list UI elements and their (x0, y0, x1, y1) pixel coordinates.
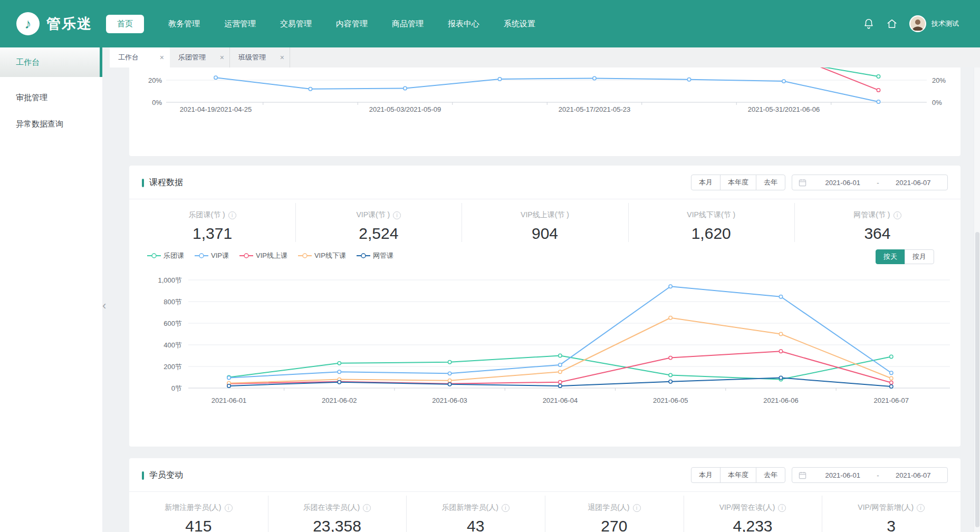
calendar-icon (799, 179, 806, 187)
date-start-value[interactable]: 2021-06-01 (809, 179, 877, 187)
legend-item-2[interactable]: VIP线上课 (239, 251, 287, 260)
legend-label: VIP线下课 (314, 251, 346, 260)
stat-label: VIP线上课(节 ) (462, 210, 628, 220)
info-icon[interactable]: i (228, 211, 236, 219)
svg-text:800节: 800节 (164, 298, 182, 306)
section-title-student-change: 学员变动 (142, 470, 183, 481)
preset-button-1[interactable]: 本年度 (720, 467, 756, 483)
preset-button-1[interactable]: 本年度 (720, 175, 756, 190)
preset-button-2[interactable]: 去年 (756, 175, 785, 190)
granularity-button-1[interactable]: 按月 (905, 249, 934, 264)
stat-label-text: 新增注册学员(人) (165, 503, 221, 512)
stat-cell-4: VIP/网管在读(人)i4,233 (684, 492, 822, 532)
course-data-header: 课程数据 本月本年度去年2021-06-01-2021-06-07 (129, 166, 960, 199)
tab-label: 工作台 (118, 53, 139, 62)
course-chart-legend: 乐团课VIP课VIP线上课VIP线下课网管课 (147, 251, 393, 260)
info-icon[interactable]: i (225, 504, 233, 512)
nav-item-1[interactable]: 教务管理 (168, 19, 200, 29)
nav-item-3[interactable]: 交易管理 (280, 19, 312, 29)
granularity-toggle: 按天按月 (876, 249, 934, 264)
legend-label: VIP课 (211, 251, 229, 260)
brand-name: 管乐迷 (46, 14, 92, 33)
tab-label: 班级管理 (238, 53, 266, 62)
legend-item-0[interactable]: 乐团课 (147, 251, 184, 260)
preset-button-2[interactable]: 去年 (756, 467, 785, 483)
home-icon[interactable] (886, 18, 898, 30)
course-data-line-chart[interactable]: 0节200节400节600节800节1,000节2021-06-012021-0… (129, 269, 960, 417)
stat-label: 网管课(节 )i (794, 210, 960, 220)
stat-cell-1: VIP课(节 )i2,524 (295, 200, 462, 243)
svg-text:♪: ♪ (25, 16, 32, 32)
date-range-picker[interactable]: 2021-06-01-2021-06-07 (792, 467, 948, 483)
stat-label-text: 网管课(节 ) (853, 210, 890, 220)
nav-item-2[interactable]: 运营管理 (224, 19, 256, 29)
tab-close-icon[interactable]: × (280, 54, 284, 61)
tab-close-icon[interactable]: × (220, 54, 224, 61)
tab-2[interactable]: 班级管理× (230, 47, 290, 67)
stat-cell-3: VIP线下课(节 )1,620 (628, 200, 794, 243)
nav-item-4[interactable]: 内容管理 (336, 19, 368, 29)
stat-label-text: 乐团新增学员(人) (442, 503, 498, 512)
info-icon[interactable]: i (633, 504, 641, 512)
tab-label: 乐团管理 (178, 53, 206, 62)
date-preset-group: 本月本年度去年 (691, 467, 785, 483)
info-icon[interactable]: i (893, 211, 901, 219)
stat-label-text: VIP课(节 ) (356, 210, 390, 220)
title-accent-bar (142, 471, 144, 480)
navbar-right: 技术测试 (863, 15, 959, 32)
stat-label: VIP课(节 )i (295, 210, 462, 220)
stat-value: 1,371 (129, 225, 295, 243)
nav-item-0[interactable]: 首页 (106, 15, 144, 33)
date-end-value[interactable]: 2021-06-07 (879, 471, 947, 479)
nav-item-6[interactable]: 报表中心 (448, 19, 479, 29)
info-icon[interactable]: i (917, 504, 925, 512)
date-range-picker[interactable]: 2021-06-01-2021-06-07 (792, 175, 948, 190)
weekly-ratio-card: 0%0%20%20%2021-04-19/2021-04-252021-05-0… (129, 67, 960, 156)
student-change-card: 学员变动 本月本年度去年2021-06-01-2021-06-07 新增注册学员… (129, 458, 960, 532)
sidebar-item-0[interactable]: 工作台 (0, 47, 102, 77)
date-start-value[interactable]: 2021-06-01 (809, 471, 877, 479)
legend-item-1[interactable]: VIP课 (195, 251, 229, 260)
legend-item-3[interactable]: VIP线下课 (298, 251, 346, 260)
sidebar-item-2[interactable]: 异常数据查询 (0, 111, 102, 137)
tab-0[interactable]: 工作台× (110, 47, 170, 67)
tab-close-icon[interactable]: × (160, 54, 164, 61)
vertical-scrollbar-thumb[interactable] (975, 232, 979, 527)
info-icon[interactable]: i (778, 504, 786, 512)
sidebar-item-1[interactable]: 审批管理 (0, 84, 102, 111)
svg-text:400节: 400节 (164, 341, 182, 349)
weekly-ratio-line-chart[interactable]: 0%0%20%20%2021-04-19/2021-04-252021-05-0… (129, 67, 960, 156)
user-avatar[interactable] (909, 15, 926, 32)
stat-value: 3 (822, 517, 960, 532)
info-icon[interactable]: i (502, 504, 510, 512)
legend-marker-icon (298, 253, 312, 259)
info-icon[interactable]: i (393, 211, 401, 219)
main-nav: 首页教务管理运营管理交易管理内容管理商品管理报表中心系统设置 (106, 15, 535, 33)
svg-text:200节: 200节 (164, 363, 182, 371)
stat-label: 退团学员(人)i (545, 503, 684, 512)
student-change-filters: 本月本年度去年2021-06-01-2021-06-07 (691, 467, 948, 483)
stat-label: VIP线下课(节 ) (628, 210, 794, 220)
navbar: ♪ 管乐迷 首页教务管理运营管理交易管理内容管理商品管理报表中心系统设置 技术测… (0, 0, 980, 47)
sidebar-collapse-handle[interactable]: ‹ (102, 294, 111, 317)
preset-button-0[interactable]: 本月 (691, 175, 720, 190)
info-icon[interactable]: i (363, 504, 371, 512)
stat-cell-1: 乐团在读学员(人)i23,358 (268, 492, 407, 532)
nav-item-5[interactable]: 商品管理 (392, 19, 424, 29)
stat-label-text: VIP线下课(节 ) (687, 210, 735, 220)
username[interactable]: 技术测试 (931, 19, 959, 28)
content-area: 0%0%20%20%2021-04-19/2021-04-252021-05-0… (102, 67, 980, 532)
stat-cell-3: 退团学员(人)i270 (545, 492, 684, 532)
legend-item-4[interactable]: 网管课 (357, 251, 393, 260)
granularity-button-0[interactable]: 按天 (876, 249, 905, 264)
svg-text:2021-06-03: 2021-06-03 (432, 396, 467, 404)
preset-button-0[interactable]: 本月 (691, 467, 720, 483)
date-end-value[interactable]: 2021-06-07 (879, 179, 947, 187)
legend-marker-icon (239, 253, 253, 259)
tab-1[interactable]: 乐团管理× (170, 47, 230, 67)
svg-text:2021-05-03/2021-05-09: 2021-05-03/2021-05-09 (369, 105, 441, 113)
svg-text:2021-05-31/2021-06-06: 2021-05-31/2021-06-06 (748, 105, 820, 113)
notifications-bell-icon[interactable] (863, 18, 875, 30)
stat-cell-4: 网管课(节 )i364 (794, 200, 960, 243)
nav-item-7[interactable]: 系统设置 (504, 19, 535, 29)
